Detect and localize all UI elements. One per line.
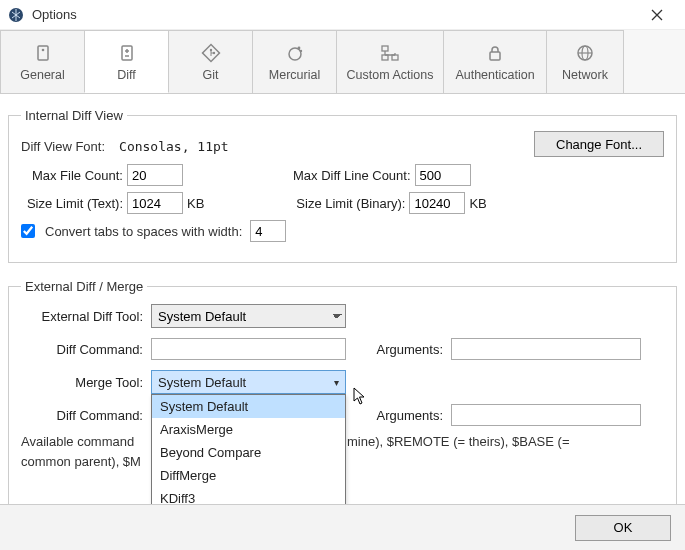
diff-font-value: Consolas, 11pt <box>119 139 229 154</box>
merge-tool-dropdown: System Default AraxisMerge Beyond Compar… <box>151 394 346 504</box>
lock-icon <box>485 42 505 64</box>
svg-rect-17 <box>392 55 398 60</box>
tab-bar: General Diff Git Mercurial Custom Action… <box>0 30 685 94</box>
tab-mercurial[interactable]: Mercurial <box>252 30 337 93</box>
merge-tool-label: Merge Tool: <box>21 375 151 390</box>
title-bar: Options <box>0 0 685 30</box>
svg-point-2 <box>41 49 44 52</box>
dropdown-option[interactable]: System Default <box>152 395 345 418</box>
merge-arguments-input[interactable] <box>451 404 641 426</box>
merge-command-label: Diff Command: <box>21 408 151 423</box>
tabs-width-input[interactable] <box>250 220 286 242</box>
merge-tool-value: System Default <box>158 375 246 390</box>
chevron-down-icon: ▾ <box>334 377 339 388</box>
close-button[interactable] <box>637 0 677 30</box>
svg-point-14 <box>299 50 301 52</box>
size-limit-text-input[interactable] <box>127 192 183 214</box>
svg-rect-18 <box>490 52 500 60</box>
size-limit-binary-label: Size Limit (Binary): <box>296 196 405 211</box>
change-font-button[interactable]: Change Font... <box>534 131 664 157</box>
diff-arguments-input[interactable] <box>451 338 641 360</box>
tab-label: Mercurial <box>269 68 320 82</box>
tab-label: Network <box>562 68 608 82</box>
size-limit-text-label: Size Limit (Text): <box>21 196 123 211</box>
network-icon <box>575 42 595 64</box>
svg-rect-16 <box>382 55 388 60</box>
tab-label: Git <box>203 68 219 82</box>
custom-actions-icon <box>379 42 401 64</box>
window-title: Options <box>32 7 637 22</box>
external-diff-legend: External Diff / Merge <box>21 279 147 294</box>
git-icon <box>201 42 221 64</box>
dropdown-option[interactable]: KDiff3 <box>152 487 345 504</box>
dropdown-option[interactable]: Beyond Compare <box>152 441 345 464</box>
close-icon <box>651 9 663 21</box>
diff-command-input[interactable] <box>151 338 346 360</box>
diff-arguments-label: Arguments: <box>371 342 451 357</box>
dialog-footer: OK <box>0 504 685 550</box>
tab-custom-actions[interactable]: Custom Actions <box>336 30 444 93</box>
merge-arguments-label: Arguments: <box>371 408 451 423</box>
kb-label: KB <box>469 196 486 211</box>
convert-tabs-label: Convert tabs to spaces with width: <box>45 224 242 239</box>
external-diff-tool-label: External Diff Tool: <box>21 309 151 324</box>
max-file-count-input[interactable] <box>127 164 183 186</box>
internal-diff-legend: Internal Diff View <box>21 108 127 123</box>
tab-label: Custom Actions <box>347 68 434 82</box>
svg-rect-15 <box>382 46 388 51</box>
tab-label: Authentication <box>455 68 534 82</box>
kb-label: KB <box>187 196 204 211</box>
convert-tabs-checkbox[interactable] <box>21 224 35 238</box>
svg-point-12 <box>289 48 301 60</box>
dropdown-option[interactable]: DiffMerge <box>152 464 345 487</box>
app-icon <box>8 7 24 23</box>
size-limit-binary-input[interactable] <box>409 192 465 214</box>
dropdown-option[interactable]: AraxisMerge <box>152 418 345 441</box>
max-diff-line-input[interactable] <box>415 164 471 186</box>
external-diff-tool-select[interactable]: System Default <box>151 304 346 328</box>
diff-font-label: Diff View Font: <box>21 139 105 154</box>
diff-command-label: Diff Command: <box>21 342 151 357</box>
svg-rect-1 <box>38 46 48 60</box>
mercurial-icon <box>285 42 305 64</box>
diff-icon <box>117 42 137 64</box>
general-icon <box>33 42 53 64</box>
tab-general[interactable]: General <box>0 30 85 93</box>
max-diff-line-label: Max Diff Line Count: <box>293 168 411 183</box>
tab-network[interactable]: Network <box>546 30 624 93</box>
max-file-count-label: Max File Count: <box>21 168 123 183</box>
internal-diff-fieldset: Internal Diff View Change Font... Diff V… <box>8 108 677 263</box>
tab-content-diff: Internal Diff View Change Font... Diff V… <box>0 94 685 504</box>
tab-authentication[interactable]: Authentication <box>443 30 547 93</box>
ok-button[interactable]: OK <box>575 515 671 541</box>
svg-point-13 <box>297 47 300 50</box>
external-diff-fieldset: External Diff / Merge External Diff Tool… <box>8 279 677 504</box>
tab-diff[interactable]: Diff <box>84 30 169 93</box>
tab-label: General <box>20 68 64 82</box>
tab-label: Diff <box>117 68 136 82</box>
merge-tool-select[interactable]: System Default ▾ <box>151 370 346 394</box>
tab-git[interactable]: Git <box>168 30 253 93</box>
